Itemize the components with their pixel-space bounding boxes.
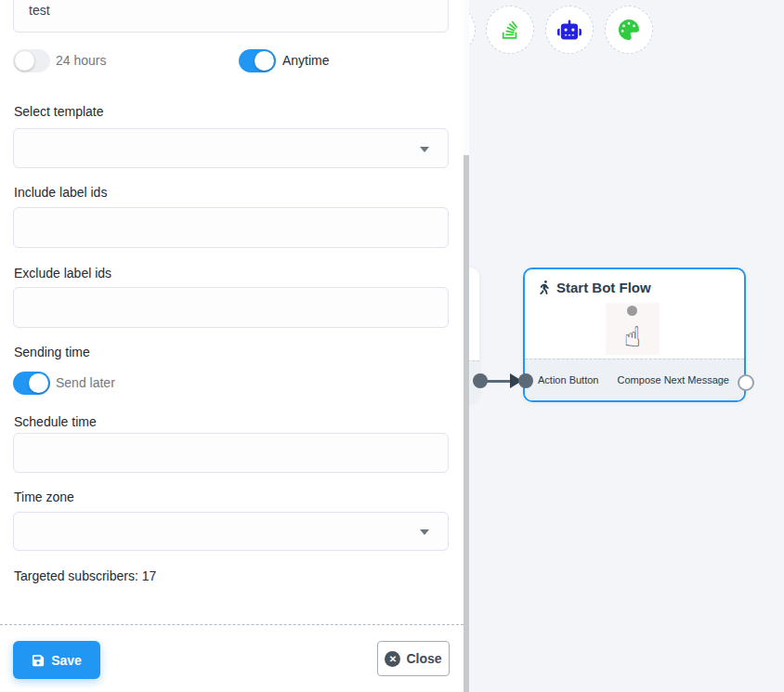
template-select[interactable] bbox=[13, 128, 449, 168]
chevron-down-icon bbox=[420, 147, 429, 152]
targeted-subscribers-label: Targeted subscribers: bbox=[14, 568, 138, 583]
send-later-toggle-label: Send later bbox=[56, 375, 115, 390]
broadcast-form-panel: 24 hours Anytime Select template Include… bbox=[0, 0, 464, 692]
chevron-down-icon bbox=[420, 529, 429, 535]
toolbar-button-partial[interactable] bbox=[469, 6, 476, 54]
toggle-knob bbox=[255, 51, 274, 71]
robot-icon bbox=[557, 20, 581, 40]
panel-scrollbar-thumb[interactable] bbox=[464, 155, 469, 692]
start-bot-flow-node[interactable]: Start Bot Flow ☝ Action Button Compose N… bbox=[523, 268, 746, 402]
toolbar-button-stack[interactable] bbox=[486, 6, 534, 54]
compose-next-message-label[interactable]: Compose Next Message bbox=[618, 374, 729, 385]
close-button[interactable]: ✕ Close bbox=[377, 641, 450, 676]
connector-line bbox=[480, 380, 514, 383]
save-button[interactable]: Save bbox=[13, 641, 100, 679]
schedule-time-input[interactable] bbox=[13, 433, 449, 473]
24-hours-toggle-label: 24 hours bbox=[56, 53, 106, 68]
exclude-label-ids-label: Exclude label ids bbox=[14, 266, 111, 281]
stack-icon bbox=[500, 20, 520, 40]
close-icon: ✕ bbox=[385, 651, 400, 667]
send-later-toggle[interactable] bbox=[13, 372, 50, 395]
screen: 24 hours Anytime Select template Include… bbox=[0, 0, 784, 692]
sending-time-label: Sending time bbox=[14, 345, 90, 359]
flow-canvas[interactable]: Start Bot Flow ☝ Action Button Compose N… bbox=[469, 0, 784, 692]
toolbar-button-palette[interactable] bbox=[605, 6, 653, 54]
node-footer: Action Button Compose Next Message bbox=[525, 359, 744, 400]
select-template-label: Select template bbox=[14, 104, 104, 119]
time-zone-select[interactable] bbox=[13, 512, 449, 551]
toggle-knob bbox=[15, 51, 34, 71]
tap-cursor-box: ☝ bbox=[606, 303, 660, 355]
save-button-label: Save bbox=[51, 653, 82, 668]
panel-scrollbar-track[interactable] bbox=[464, 0, 469, 692]
close-button-label: Close bbox=[406, 651, 441, 666]
exclude-label-ids-input[interactable] bbox=[13, 287, 449, 328]
anytime-toggle[interactable] bbox=[239, 49, 276, 72]
node-output-port[interactable] bbox=[738, 374, 754, 391]
tap-dot-icon bbox=[627, 306, 637, 316]
connector-end-dot[interactable] bbox=[518, 373, 533, 388]
include-label-ids-label: Include label ids bbox=[14, 185, 107, 200]
hand-pointer-icon: ☝ bbox=[624, 323, 641, 355]
name-input[interactable] bbox=[13, 0, 449, 33]
anytime-toggle-label: Anytime bbox=[282, 53, 330, 68]
time-zone-label: Time zone bbox=[14, 490, 74, 504]
24-hours-toggle[interactable] bbox=[13, 49, 50, 72]
targeted-subscribers-count: 17 bbox=[142, 568, 157, 583]
targeted-subscribers-text: Targeted subscribers: 17 bbox=[14, 568, 156, 583]
save-icon bbox=[32, 654, 45, 667]
toggle-knob bbox=[29, 373, 48, 393]
palette-icon bbox=[619, 20, 639, 40]
footer-divider bbox=[0, 624, 464, 625]
action-button-label[interactable]: Action Button bbox=[538, 374, 598, 385]
node-title: Start Bot Flow bbox=[556, 280, 651, 295]
toolbar-button-bot[interactable] bbox=[545, 6, 594, 54]
node-header: Start Bot Flow bbox=[525, 269, 744, 295]
schedule-time-label: Schedule time bbox=[14, 414, 97, 429]
include-label-ids-input[interactable] bbox=[13, 207, 449, 248]
person-walking-icon bbox=[539, 281, 550, 294]
